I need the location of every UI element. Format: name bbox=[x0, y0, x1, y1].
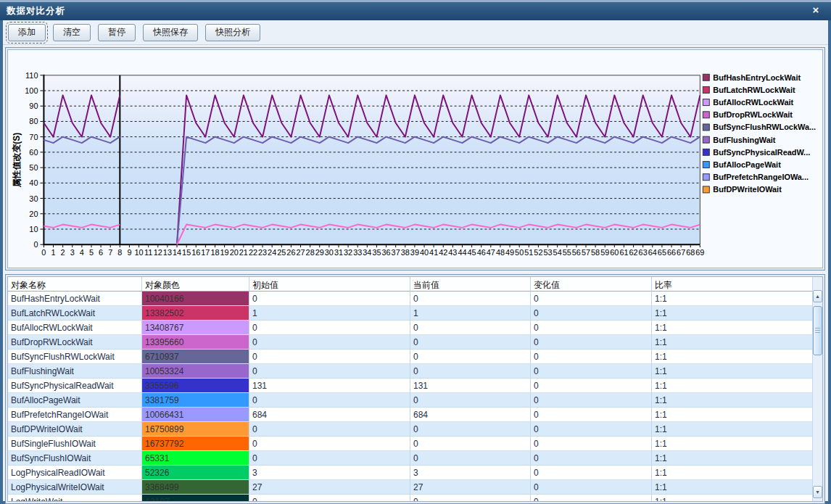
cell-object-name: BufLatchRWLockWait bbox=[8, 306, 142, 321]
column-header[interactable]: 变化值 bbox=[531, 277, 652, 292]
cell-ratio: 1:1 bbox=[652, 335, 814, 350]
cell-ratio: 1:1 bbox=[652, 495, 814, 502]
column-header[interactable]: 对象名称 bbox=[8, 277, 142, 292]
cell-initial-value: 0 bbox=[249, 335, 410, 350]
column-header[interactable]: 初始值 bbox=[249, 277, 410, 292]
cell-object-name: BufSyncFlushIOWait bbox=[8, 451, 142, 466]
cell-current-value: 0 bbox=[410, 495, 531, 502]
x-tick-label: 6 bbox=[99, 248, 103, 257]
cell-current-value: 0 bbox=[410, 350, 531, 364]
table-row[interactable]: BufSyncFlushRWLockWait67109370001:1 bbox=[8, 350, 814, 364]
cell-initial-value: 1 bbox=[249, 306, 410, 321]
x-tick-label: 59 bbox=[600, 248, 609, 257]
pause-button[interactable]: 暂停 bbox=[98, 24, 136, 41]
x-tick-label: 55 bbox=[563, 248, 571, 257]
cell-change-value: 0 bbox=[531, 379, 652, 393]
cell-object-name: BufHashEntryLockWait bbox=[8, 292, 142, 306]
y-tick-label: 50 bbox=[29, 163, 38, 172]
y-tick-label: 40 bbox=[29, 178, 38, 187]
x-tick-label: 49 bbox=[505, 248, 514, 257]
legend-label: BufAllocPageWait bbox=[713, 160, 781, 169]
x-tick-label: 58 bbox=[591, 248, 600, 257]
cell-object-color: 13382502 bbox=[142, 306, 249, 321]
legend-label: BufPrefetchRangeIOWa... bbox=[713, 173, 809, 181]
legend-swatch bbox=[703, 99, 709, 106]
cell-ratio: 1:1 bbox=[652, 408, 814, 422]
cell-current-value: 684 bbox=[410, 408, 531, 422]
table-row[interactable]: LogWriteWait131070001:1 bbox=[8, 495, 814, 502]
cell-ratio: 1:1 bbox=[652, 292, 814, 306]
cell-current-value: 1 bbox=[410, 306, 531, 321]
legend-swatch bbox=[703, 186, 709, 193]
cell-object-color: 16737792 bbox=[142, 437, 249, 451]
table-row[interactable]: BufLatchRWLockWait133825021101:1 bbox=[8, 306, 814, 321]
scroll-down-button[interactable]: ▼ bbox=[813, 486, 822, 498]
x-tick-label: 66 bbox=[667, 248, 676, 257]
x-tick-label: 50 bbox=[515, 248, 524, 257]
cell-ratio: 1:1 bbox=[652, 364, 814, 379]
x-tick-label: 28 bbox=[306, 248, 315, 257]
table-row[interactable]: BufHashEntryLockWait100401660001:1 bbox=[8, 292, 814, 306]
cell-initial-value: 0 bbox=[249, 350, 410, 364]
column-header[interactable]: 对象颜色 bbox=[142, 277, 249, 292]
legend-label: BufDropRWLockWait bbox=[713, 110, 793, 119]
thumb-grip-icon bbox=[815, 328, 820, 334]
cell-initial-value: 3 bbox=[249, 466, 410, 480]
cell-object-color: 3355596 bbox=[142, 379, 249, 393]
snapshot-analyze-button[interactable]: 快照分析 bbox=[205, 24, 260, 41]
column-header[interactable]: 当前值 bbox=[410, 277, 531, 292]
x-tick-label: 14 bbox=[173, 248, 181, 257]
x-tick-label: 69 bbox=[695, 248, 704, 257]
x-tick-label: 15 bbox=[182, 248, 191, 257]
scrollbar-thumb[interactable] bbox=[813, 306, 822, 355]
cell-ratio: 1:1 bbox=[652, 422, 814, 437]
add-button[interactable]: 添加 bbox=[8, 24, 46, 41]
y-tick-label: 70 bbox=[29, 133, 38, 141]
column-header[interactable]: 比率 bbox=[652, 277, 814, 292]
x-tick-label: 47 bbox=[487, 248, 495, 257]
legend-label: BufDPWriteIOWait bbox=[713, 185, 782, 194]
table-row[interactable]: LogPhysicalReadIOWait523263301:1 bbox=[8, 466, 814, 480]
legend-swatch bbox=[703, 86, 709, 93]
x-tick-label: 56 bbox=[572, 248, 581, 257]
table-row[interactable]: BufFlushingWait100533240001:1 bbox=[8, 364, 814, 379]
cell-initial-value: 0 bbox=[249, 422, 410, 437]
table-row[interactable]: BufSyncFlushIOWait653310001:1 bbox=[8, 451, 814, 466]
x-tick-label: 54 bbox=[553, 248, 562, 257]
scroll-up-button[interactable]: ▲ bbox=[813, 290, 822, 302]
table-row[interactable]: BufSingleFlushIOWait167377920001:1 bbox=[8, 437, 814, 451]
title-bar[interactable]: 数据对比分析 × bbox=[0, 0, 831, 20]
legend-label: BufSyncFlushRWLockWa... bbox=[713, 123, 816, 131]
x-tick-label: 9 bbox=[127, 248, 131, 257]
table-row[interactable]: BufSyncPhysicalReadWait335559613113101:1 bbox=[8, 379, 814, 393]
table-row[interactable]: BufAllocRWLockWait134087670001:1 bbox=[8, 321, 814, 335]
snapshot-save-button[interactable]: 快照保存 bbox=[143, 24, 198, 41]
cell-object-color: 13107 bbox=[142, 495, 249, 502]
cell-object-name: BufDropRWLockWait bbox=[8, 335, 142, 350]
data-comparison-window: 数据对比分析 × 添加 清空 暂停 快照保存 快照分析 012345678910… bbox=[0, 0, 831, 504]
line-chart: 0123456789101112131415161718192021222324… bbox=[8, 50, 822, 268]
x-tick-label: 16 bbox=[191, 248, 200, 257]
x-tick-label: 10 bbox=[134, 248, 143, 257]
table-row[interactable]: LogPhysicalWriteIOWait3368499272701:1 bbox=[8, 480, 814, 495]
close-icon[interactable]: × bbox=[808, 3, 824, 17]
cell-object-color: 65331 bbox=[142, 451, 249, 466]
x-tick-label: 30 bbox=[325, 248, 334, 257]
cell-initial-value: 0 bbox=[249, 451, 410, 466]
x-tick-label: 39 bbox=[410, 248, 419, 257]
table-row[interactable]: BufDropRWLockWait133956600001:1 bbox=[8, 335, 814, 350]
table-row[interactable]: BufAllocPageWait33817590001:1 bbox=[8, 393, 814, 408]
cell-change-value: 0 bbox=[531, 466, 652, 480]
x-tick-label: 31 bbox=[334, 248, 343, 257]
cell-object-name: BufDPWriteIOWait bbox=[8, 422, 142, 437]
x-tick-label: 2 bbox=[61, 248, 65, 257]
x-tick-label: 68 bbox=[686, 248, 695, 257]
cell-object-color: 52326 bbox=[142, 466, 249, 480]
legend-label: BufLatchRWLockWait bbox=[713, 86, 795, 94]
clear-button[interactable]: 清空 bbox=[53, 24, 91, 41]
table-row[interactable]: BufDPWriteIOWait167508990001:1 bbox=[8, 422, 814, 437]
table-vertical-scrollbar[interactable]: ▲ ▼ bbox=[812, 277, 822, 501]
x-tick-label: 57 bbox=[582, 248, 590, 257]
table-row[interactable]: BufPrefetchRangeIOWait1006643168468401:1 bbox=[8, 408, 814, 422]
cell-current-value: 0 bbox=[410, 292, 531, 306]
